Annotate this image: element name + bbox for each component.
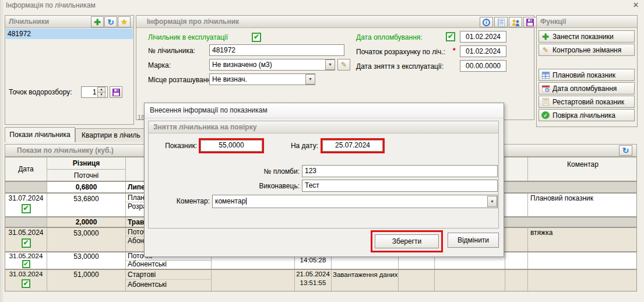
value-cell: 53,6800: [47, 194, 126, 216]
column-header-difference[interactable]: Різниця Поточні: [47, 157, 126, 181]
control-reading-label: Контрольне знімання: [552, 46, 621, 54]
refresh-meters-button[interactable]: ↻: [104, 16, 117, 27]
favorites-button[interactable]: ★: [118, 16, 131, 27]
readings-table-title-text: Покази по лічильнику (куб.): [17, 146, 114, 154]
executor-label: Виконавець:: [253, 182, 300, 190]
column-header-date[interactable]: Дата: [5, 157, 47, 181]
seal-date-checkbox[interactable]: ✔: [446, 32, 455, 41]
calendar-icon: [541, 85, 550, 93]
meter-list-item[interactable]: 481972: [6, 29, 133, 39]
control-reading-button[interactable]: ✎ Контрольне знімання: [539, 44, 635, 56]
location-label: Місце розташування:: [148, 76, 217, 84]
chevron-down-icon[interactable]: ▼: [325, 59, 335, 70]
date-text: 31.05.2024: [5, 252, 47, 260]
brand-combobox[interactable]: Не визначено (м3): [209, 59, 335, 71]
group-title: Зняття лічильника на повірку: [149, 121, 498, 134]
comment-combobox[interactable]: коментар: [212, 195, 498, 208]
abonents-button[interactable]: [509, 17, 522, 27]
difference-header-label: Різниця: [47, 157, 125, 170]
date-text: 31.05.2024: [5, 228, 47, 237]
comment-label: Коментар:: [166, 197, 210, 205]
floppy-icon: [526, 19, 534, 26]
decommission-input[interactable]: 00.00.0000: [460, 60, 506, 72]
window-edge-line: [2, 0, 3, 302]
save-button[interactable]: Зберегти: [375, 234, 439, 248]
empty-cell: [505, 228, 528, 251]
comment-cell: Плановий показник: [528, 194, 638, 216]
journal-button[interactable]: [494, 17, 508, 27]
refresh-icon: ↻: [622, 147, 629, 154]
created-cell: 21.05.2024 13:51:55: [295, 270, 332, 291]
required-asterisk: *: [453, 47, 456, 55]
seal-date-input[interactable]: 01.02.2024: [460, 31, 506, 43]
location-combobox[interactable]: Не визнач.: [209, 73, 315, 85]
edit-brand-button[interactable]: ✎: [337, 59, 350, 71]
refresh-table-button[interactable]: ↻: [619, 145, 632, 156]
meter-number-label: № лічильника:: [148, 47, 195, 55]
plus-icon: ✚: [541, 33, 550, 41]
functions-panel-title: Функції: [537, 16, 637, 28]
date-cell: 31.03.2024 ✔: [5, 270, 47, 291]
tab-meter-readings[interactable]: Покази лічильника: [5, 127, 75, 142]
row-checkbox[interactable]: ✔: [22, 260, 30, 268]
indicator-input[interactable]: 55,0000: [200, 140, 262, 152]
row-checkbox[interactable]: ✔: [22, 204, 31, 213]
indicator-label: Показник:: [156, 142, 197, 150]
column-header-extra4[interactable]: [505, 157, 528, 181]
document-icon: [541, 98, 550, 106]
type-cell: Стартові Абонентські: [126, 270, 212, 291]
table-row[interactable]: 31.03.2024 ✔ 51,0000 Стартові Абонентськ…: [5, 269, 637, 292]
users-icon: [512, 19, 520, 26]
date-cell: 31.05.2024 ✔: [5, 252, 47, 269]
group-diff-cell: 2,0000: [47, 217, 126, 227]
value-cell: 51,0000: [47, 270, 126, 291]
group-date-cell: [5, 217, 47, 227]
meters-panel: Лічильники ✚ ↻ ★ 481972 Точок водорозбор…: [5, 15, 134, 125]
indicator-annotation-box: 55,0000: [199, 138, 264, 153]
meter-number-input[interactable]: 481972: [209, 44, 344, 56]
plus-icon: ✚: [94, 19, 101, 26]
seal-number-input[interactable]: 123: [302, 165, 498, 177]
save-water-points-button[interactable]: [110, 86, 122, 98]
dialog-title: Внесення інформації по показникам: [145, 103, 504, 118]
spin-down-icon[interactable]: ▼: [97, 92, 105, 98]
window-title: Інформація по лічильникам: [6, 1, 96, 9]
seal-date-action-label: Дата опломбування: [552, 85, 617, 93]
info-button[interactable]: i: [480, 17, 493, 27]
save-info-button[interactable]: [523, 17, 537, 27]
brand-label: Марка:: [148, 61, 171, 69]
comment-cell: втяжка: [528, 228, 638, 251]
date-cell: 31.07.2024 ✔: [5, 194, 47, 216]
chevron-down-icon[interactable]: ▼: [487, 196, 497, 207]
check-circle-icon: ✓: [541, 111, 550, 119]
chevron-down-icon[interactable]: ▼: [305, 74, 315, 85]
row-checkbox[interactable]: ✔: [22, 279, 30, 288]
in-service-label: Лічильник в експлуатації: [148, 33, 228, 41]
kind2-text: Абонентські: [126, 261, 211, 268]
calc-start-input[interactable]: 01.02.2024: [460, 45, 506, 57]
row-checkbox[interactable]: ✔: [22, 238, 31, 248]
add-meter-button[interactable]: ✚: [91, 16, 104, 27]
kind1-text: Стартові: [126, 270, 211, 280]
star-icon: ★: [121, 19, 128, 26]
table-icon: [541, 71, 550, 79]
seal-date-button[interactable]: Дата опломбування: [539, 82, 635, 94]
source-cell: Завантаження даних: [332, 270, 399, 291]
seal-number-label: № пломби:: [258, 167, 300, 175]
enter-readings-button[interactable]: ✚ Занести показники: [539, 30, 635, 43]
group-date-cell: [5, 182, 47, 192]
planned-reading-button[interactable]: Плановий показник: [539, 69, 635, 81]
meter-verification-label: Повірка лічильника: [552, 111, 615, 120]
restart-reading-button[interactable]: Рестартовий показник: [539, 96, 635, 108]
cancel-button[interactable]: Відмінити: [448, 233, 499, 248]
on-date-label: На дату:: [283, 142, 318, 150]
executor-input[interactable]: Тест: [302, 180, 498, 192]
empty-cell: [399, 270, 435, 291]
journal-icon: [498, 19, 505, 26]
empty-cell: [505, 270, 528, 291]
meter-verification-button[interactable]: ✓ Повірка лічильника: [539, 109, 635, 121]
in-service-checkbox[interactable]: ✔: [252, 33, 261, 42]
on-date-input[interactable]: 25.07.2024: [322, 140, 383, 152]
column-header-comment[interactable]: Коментар: [528, 157, 638, 181]
close-icon[interactable]: ✕: [631, 1, 641, 10]
